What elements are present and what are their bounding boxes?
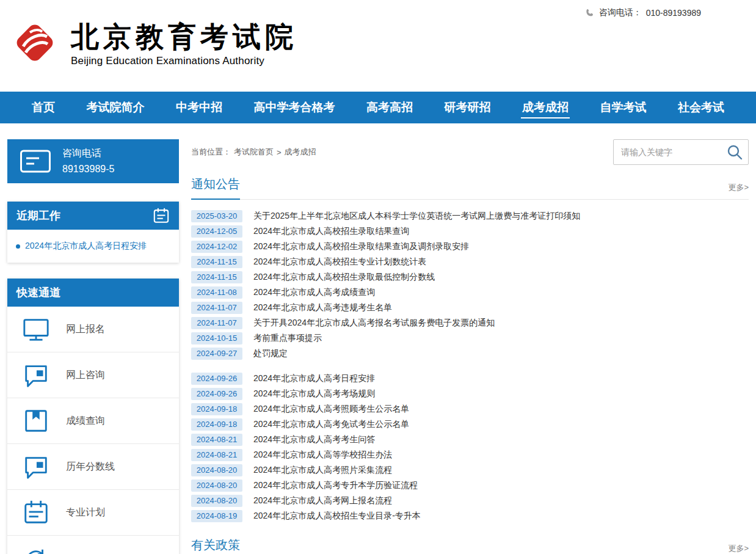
nav-item-2[interactable]: 考试院简介 <box>83 92 148 123</box>
notice-date: 2024-08-21 <box>191 449 242 461</box>
notices-section-header: 通知公告 更多> <box>191 176 749 200</box>
search-input[interactable] <box>614 147 721 157</box>
quick-channel-item[interactable]: 成绩查询 <box>7 398 179 444</box>
notice-date: 2024-11-07 <box>191 317 242 329</box>
notice-link[interactable]: 关于开具2024年北京市成人高考报名考试服务费电子发票的通知 <box>253 318 495 329</box>
notice-row: 2024-09-27处罚规定 <box>191 346 749 361</box>
quick-channel-item[interactable]: 网上咨询 <box>7 352 179 398</box>
quick-channel-item[interactable]: 专业计划 <box>7 490 179 536</box>
notice-link[interactable]: 2024年北京市成人高考免试考生公示名单 <box>253 419 409 430</box>
nav-item-3[interactable]: 中考中招 <box>172 92 226 123</box>
notices-section: 通知公告 更多> 2025-03-20关于2025年上半年北京地区成人本科学士学… <box>191 176 749 523</box>
breadcrumb-label: 当前位置： <box>191 147 231 158</box>
recent-work-title: 近期工作 <box>16 208 60 223</box>
notice-link[interactable]: 2024年北京市成人高考日程安排 <box>253 373 375 384</box>
notice-date: 2025-03-20 <box>191 210 242 222</box>
quick-channel-list: 网上报名网上咨询成绩查询历年分数线专业计划 <box>7 307 179 554</box>
notice-link[interactable]: 考前重点事项提示 <box>253 333 322 344</box>
nav-item-5[interactable]: 高考高招 <box>363 92 416 123</box>
notice-date: 2024-11-15 <box>191 256 242 268</box>
phone-card-text: 咨询电话 89193989-5 <box>62 145 114 177</box>
notice-row: 2024-08-202024年北京市成人高考照片采集流程 <box>191 462 749 478</box>
recent-work-item: 2024年北京市成人高考日程安排 <box>15 236 172 257</box>
notice-link[interactable]: 2024年北京市成人高考考生问答 <box>253 434 375 445</box>
site-header: 北京教育考试院 Beijing Education Examinations A… <box>0 0 756 92</box>
notice-link[interactable]: 2024年北京市成人高考违规考生名单 <box>253 302 392 313</box>
notice-row: 2024-08-202024年北京市成人高考网上报名流程 <box>191 493 749 508</box>
notice-row: 2024-12-022024年北京市成人高校招生录取结果查询及调剂录取安排 <box>191 239 749 254</box>
search-button[interactable] <box>721 140 748 164</box>
site-logo-icon <box>9 16 61 72</box>
quick-channel-item[interactable]: 历年分数线 <box>7 444 179 490</box>
recent-work-link[interactable]: 2024年北京市成人高考日程安排 <box>25 241 147 252</box>
nav-item-8[interactable]: 自学考试 <box>597 92 650 123</box>
breadcrumb-current[interactable]: 成考成招 <box>285 147 316 158</box>
notice-date: 2024-12-02 <box>191 241 242 253</box>
quick-channel-label: 历年分数线 <box>66 461 115 473</box>
notice-date: 2024-08-20 <box>191 464 242 476</box>
notice-row: 2024-11-07关于开具2024年北京市成人高考报名考试服务费电子发票的通知 <box>191 315 749 330</box>
quick-channel-label: 专业计划 <box>66 506 105 519</box>
quick-channel-item[interactable] <box>7 536 179 554</box>
notice-link[interactable]: 处罚规定 <box>253 348 288 359</box>
sidebar: 咨询电话 89193989-5 近期工作 2024年北京市成人高考日程安排 <box>7 139 179 554</box>
notice-date: 2024-11-08 <box>191 286 242 299</box>
notice-date: 2024-10-15 <box>191 332 242 344</box>
phone-icon <box>585 8 595 18</box>
search-box <box>613 139 749 165</box>
notice-date: 2024-08-20 <box>191 495 242 507</box>
contact-card-icon <box>20 148 51 174</box>
notice-link[interactable]: 2024年北京市成人高考考场规则 <box>253 388 375 399</box>
nav-item-6[interactable]: 研考研招 <box>441 92 495 123</box>
nav-item-7[interactable]: 成考成招 <box>518 92 572 123</box>
chat-bubble-icon <box>22 361 50 389</box>
phone-card-line2: 89193989-5 <box>62 161 114 177</box>
notices-title: 通知公告 <box>191 176 240 200</box>
notice-link[interactable]: 2024年北京市成人高考照顾考生公示名单 <box>253 404 409 415</box>
notice-row: 2024-12-052024年北京市成人高校招生录取结果查询 <box>191 224 749 239</box>
recent-work-header: 近期工作 <box>7 202 179 230</box>
header-hotline: 咨询电话： 010-89193989 <box>585 7 701 18</box>
notice-date: 2024-11-07 <box>191 302 242 314</box>
phone-card-line1: 咨询电话 <box>62 145 114 161</box>
notices-more-link[interactable]: 更多> <box>728 182 749 199</box>
notice-row: 2024-08-212024年北京市成人高考考生问答 <box>191 432 749 447</box>
notice-link[interactable]: 2024年北京市成人高考照片采集流程 <box>253 465 392 476</box>
notice-link[interactable]: 2024年北京市成人高考专升本学历验证流程 <box>253 480 418 491</box>
main-nav: 首页考试院简介中考中招高中学考合格考高考高招研考研招成考成招自学考试社会考试 <box>0 92 756 123</box>
notice-date: 2024-08-20 <box>191 479 242 492</box>
brand-text: 北京教育考试院 Beijing Education Examinations A… <box>71 21 297 68</box>
notice-row: 2024-11-082024年北京市成人高考成绩查询 <box>191 285 749 300</box>
breadcrumb-home-link[interactable]: 考试院首页 <box>234 147 274 158</box>
quick-channel-item[interactable]: 网上报名 <box>7 307 179 352</box>
notice-row: 2024-11-072024年北京市成人高考违规考生名单 <box>191 300 749 315</box>
notice-row: 2024-09-262024年北京市成人高考日程安排 <box>191 371 749 386</box>
main-content: 当前位置： 考试院首页 > 成考成招 通知公告 <box>191 139 749 554</box>
breadcrumb-separator: > <box>277 148 282 157</box>
recent-work-list: 2024年北京市成人高考日程安排 <box>7 230 179 263</box>
notice-link[interactable]: 2024年北京市成人高等学校招生办法 <box>253 450 392 461</box>
quick-channel-box: 快速通道 网上报名网上咨询成绩查询历年分数线专业计划 <box>7 279 179 554</box>
nav-item-9[interactable]: 社会考试 <box>674 92 728 123</box>
site-title: 北京教育考试院 <box>71 21 297 53</box>
nav-item-1[interactable]: 首页 <box>28 92 59 123</box>
policies-more-link[interactable]: 更多> <box>728 543 749 554</box>
nav-item-4[interactable]: 高中学考合格考 <box>250 92 339 123</box>
notice-date: 2024-11-15 <box>191 271 242 283</box>
notice-link[interactable]: 关于2025年上半年北京地区成人本科学士学位英语统一考试网上缴费与准考证打印须知 <box>253 211 580 222</box>
calendar-icon <box>153 207 170 224</box>
notice-link[interactable]: 2024年北京市成人高校招生专业计划数统计表 <box>253 257 426 268</box>
notice-row: 2024-08-212024年北京市成人高等学校招生办法 <box>191 447 749 462</box>
notice-link[interactable]: 2024年北京市成人高校招生录取最低控制分数线 <box>253 272 435 283</box>
notice-date: 2024-12-05 <box>191 225 242 238</box>
notice-row: 2024-09-182024年北京市成人高考免试考生公示名单 <box>191 417 749 432</box>
notice-link[interactable]: 2024年北京市成人高校招生录取结果查询及调剂录取安排 <box>253 241 469 252</box>
notice-row: 2024-08-202024年北京市成人高考专升本学历验证流程 <box>191 478 749 493</box>
notice-link[interactable]: 2024年北京市成人高考成绩查询 <box>253 287 375 298</box>
notice-link[interactable]: 2024年北京市成人高考网上报名流程 <box>253 495 392 506</box>
notice-link[interactable]: 2024年北京市成人高校招生录取结果查询 <box>253 226 409 237</box>
quick-channel-label: 网上咨询 <box>66 369 105 382</box>
sync-arrows-icon <box>22 545 50 554</box>
brand: 北京教育考试院 Beijing Education Examinations A… <box>9 16 297 72</box>
notice-link[interactable]: 2024年北京市成人高校招生专业目录-专升本 <box>253 511 421 522</box>
